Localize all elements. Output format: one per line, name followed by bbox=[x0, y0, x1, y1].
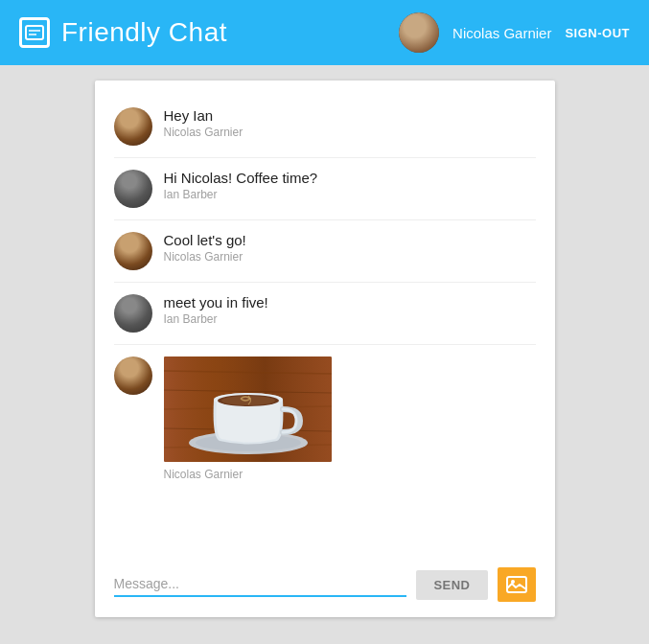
svg-rect-0 bbox=[26, 26, 43, 39]
main-content: Hey Ian Nicolas Garnier Hi Nicolas! Coff… bbox=[0, 65, 649, 632]
header-username: Nicolas Garnier bbox=[452, 25, 551, 41]
ian-avatar bbox=[114, 294, 152, 333]
message-author: Nicolas Garnier bbox=[164, 126, 243, 139]
message-text: meet you in five! bbox=[164, 294, 268, 310]
send-button[interactable]: SEND bbox=[416, 570, 487, 600]
message-item: meet you in five! Ian Barber bbox=[114, 283, 536, 345]
avatar bbox=[114, 170, 152, 208]
message-author: Ian Barber bbox=[164, 312, 268, 326]
avatar bbox=[114, 107, 152, 146]
avatar bbox=[114, 294, 152, 333]
message-content: Nicolas Garnier bbox=[164, 356, 332, 481]
nicolas-avatar bbox=[114, 107, 152, 146]
message-author: Ian Barber bbox=[164, 188, 318, 201]
nicolas-avatar bbox=[114, 356, 152, 395]
chat-card: Hey Ian Nicolas Garnier Hi Nicolas! Coff… bbox=[95, 80, 555, 617]
message-author: Nicolas Garnier bbox=[164, 468, 332, 481]
message-content: Hey Ian Nicolas Garnier bbox=[164, 107, 243, 139]
app-header: Friendly Chat Nicolas Garnier SIGN-OUT bbox=[0, 0, 649, 65]
input-row: SEND bbox=[114, 567, 536, 602]
message-text: Cool let's go! bbox=[164, 232, 246, 248]
message-item: Hi Nicolas! Coffee time? Ian Barber bbox=[114, 158, 536, 220]
image-upload-button[interactable] bbox=[498, 567, 536, 602]
app-title: Friendly Chat bbox=[61, 17, 227, 48]
message-text: Hey Ian bbox=[164, 107, 243, 124]
header-left: Friendly Chat bbox=[19, 17, 227, 48]
signout-button[interactable]: SIGN-OUT bbox=[565, 26, 630, 40]
message-text: Hi Nicolas! Coffee time? bbox=[164, 170, 318, 186]
message-item: Nicolas Garnier bbox=[114, 345, 536, 493]
nicolas-avatar bbox=[114, 232, 152, 270]
message-input[interactable] bbox=[114, 572, 407, 597]
ian-avatar bbox=[114, 170, 152, 208]
message-image bbox=[164, 356, 332, 462]
message-author: Nicolas Garnier bbox=[164, 250, 246, 264]
app-icon bbox=[19, 17, 50, 48]
message-content: Cool let's go! Nicolas Garnier bbox=[164, 232, 246, 264]
input-area: SEND bbox=[95, 556, 555, 617]
image-icon bbox=[506, 576, 527, 593]
messages-list: Hey Ian Nicolas Garnier Hi Nicolas! Coff… bbox=[95, 80, 555, 556]
avatar bbox=[114, 232, 152, 270]
avatar-image bbox=[399, 12, 439, 53]
message-item: Cool let's go! Nicolas Garnier bbox=[114, 220, 536, 283]
header-right: Nicolas Garnier SIGN-OUT bbox=[399, 12, 630, 53]
user-avatar-header bbox=[399, 12, 439, 53]
message-item: Hey Ian Nicolas Garnier bbox=[114, 96, 536, 158]
avatar bbox=[114, 356, 152, 395]
message-content: Hi Nicolas! Coffee time? Ian Barber bbox=[164, 170, 318, 201]
message-content: meet you in five! Ian Barber bbox=[164, 294, 268, 326]
